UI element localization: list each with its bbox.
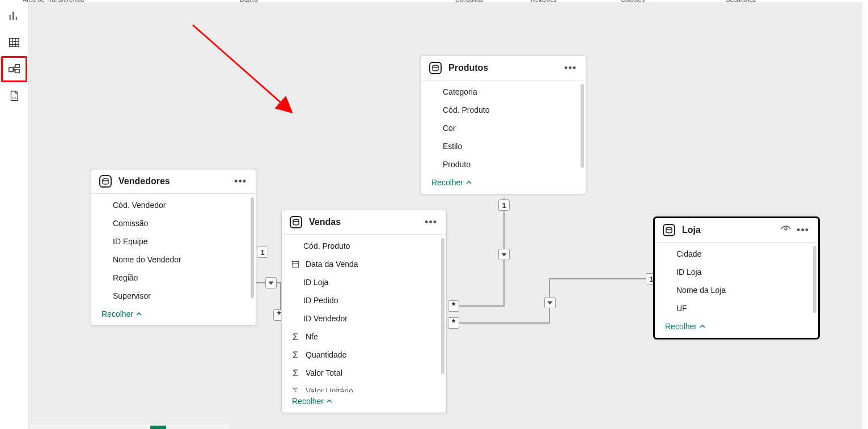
table-title: Vendas (309, 217, 424, 227)
svg-rect-3 (15, 70, 19, 73)
field[interactable]: Nome do Vendedor (91, 250, 256, 269)
table-loja[interactable]: Loja ••• Cidade ID Loja Nome da Loja UF … (653, 216, 820, 339)
svg-rect-7 (293, 262, 299, 267)
relationship-line[interactable] (448, 322, 550, 324)
field[interactable]: Cód. Vendedor (91, 196, 256, 214)
table-title: Vendedores (118, 176, 233, 186)
visibility-icon[interactable] (781, 225, 791, 235)
field[interactable]: ID Loja (655, 263, 818, 281)
more-icon[interactable]: ••• (563, 62, 578, 74)
field[interactable]: Produto (421, 155, 586, 173)
svg-point-9 (666, 227, 672, 230)
field[interactable]: UF (655, 299, 818, 317)
database-icon (99, 175, 112, 188)
field[interactable]: Quantidade (282, 346, 446, 364)
svg-point-5 (103, 179, 108, 181)
field[interactable]: Cód. Produto (421, 101, 586, 119)
table-icon (8, 36, 20, 49)
field[interactable]: Cidade (655, 245, 818, 263)
more-icon[interactable]: ••• (795, 224, 810, 236)
chart-icon (8, 10, 20, 22)
more-icon[interactable]: ••• (424, 216, 438, 228)
view-rail: DAX (0, 2, 28, 429)
sigma-icon (290, 387, 301, 392)
svg-text:DAX: DAX (12, 96, 19, 100)
table-produtos[interactable]: Produtos ••• Categoria Cód. Produto Cor … (421, 56, 586, 194)
field[interactable]: Supervisor (91, 287, 256, 305)
svg-line-11 (193, 25, 289, 110)
sigma-icon (290, 333, 301, 341)
scrollbar[interactable] (441, 238, 444, 374)
collapse-button[interactable]: Recolher (91, 305, 256, 325)
cardinality-many: * (448, 300, 459, 312)
cardinality-one: 1 (498, 199, 510, 211)
more-icon[interactable]: ••• (233, 176, 248, 188)
database-icon (290, 216, 302, 228)
model-canvas[interactable]: 1 * 1 * 1 * Vendedores ••• Cód. Vendedor… (28, 2, 868, 429)
table-vendedores[interactable]: Vendedores ••• Cód. Vendedor Comissão ID… (91, 169, 256, 326)
dax-view-button[interactable]: DAX (1, 83, 27, 109)
collapse-button[interactable]: Recolher (421, 173, 586, 194)
bottom-accent (150, 426, 166, 429)
filter-direction-icon (265, 277, 277, 288)
relationship-line[interactable] (549, 278, 652, 279)
field[interactable]: Valor Total (282, 364, 446, 382)
sigma-icon (290, 369, 301, 377)
scrollbar[interactable] (813, 246, 816, 313)
svg-rect-2 (15, 65, 19, 68)
filter-direction-icon (544, 297, 556, 308)
annotation-arrow (190, 22, 298, 118)
field[interactable]: Data da Venda (282, 255, 446, 273)
cardinality-many: * (448, 317, 459, 329)
field[interactable]: Cor (421, 119, 586, 137)
field[interactable]: Valor Unitário (282, 382, 446, 392)
dax-icon: DAX (8, 90, 20, 102)
field[interactable]: ID Loja (282, 273, 446, 291)
field[interactable]: ID Pedido (282, 291, 446, 309)
field[interactable]: ID Vendedor (282, 309, 446, 328)
field[interactable]: Estilo (421, 137, 586, 155)
bottom-bar (31, 424, 229, 429)
field[interactable]: Categoria (421, 83, 586, 101)
svg-rect-0 (10, 39, 19, 47)
database-icon (429, 62, 442, 74)
svg-rect-1 (9, 67, 13, 71)
field[interactable]: Região (91, 269, 256, 287)
sigma-icon (290, 351, 301, 359)
model-icon (8, 63, 20, 75)
table-vendas[interactable]: Vendas ••• Cód. Produto Data da Venda ID… (281, 210, 447, 413)
field[interactable]: Comissão (91, 214, 256, 232)
svg-point-6 (293, 219, 299, 222)
report-view-button[interactable] (1, 3, 27, 29)
scrollbar[interactable] (581, 84, 584, 168)
field[interactable]: Cód. Produto (282, 237, 446, 255)
table-title: Produtos (448, 63, 563, 73)
field[interactable]: Nome da Loja (655, 281, 818, 299)
cardinality-one: 1 (257, 247, 268, 258)
field[interactable]: ID Equipe (91, 232, 256, 250)
right-panel-collapsed[interactable] (862, 2, 868, 429)
collapse-button[interactable]: Recolher (282, 392, 446, 413)
model-view-button[interactable] (1, 56, 27, 82)
svg-point-8 (433, 65, 438, 67)
table-title: Loja (682, 225, 781, 235)
database-icon (663, 224, 675, 236)
calendar-icon (290, 260, 301, 268)
scrollbar[interactable] (251, 197, 254, 298)
field[interactable]: Nfe (282, 328, 446, 346)
filter-direction-icon (498, 249, 510, 260)
data-view-button[interactable] (1, 29, 27, 56)
svg-point-10 (785, 228, 787, 230)
collapse-button[interactable]: Recolher (655, 317, 818, 338)
